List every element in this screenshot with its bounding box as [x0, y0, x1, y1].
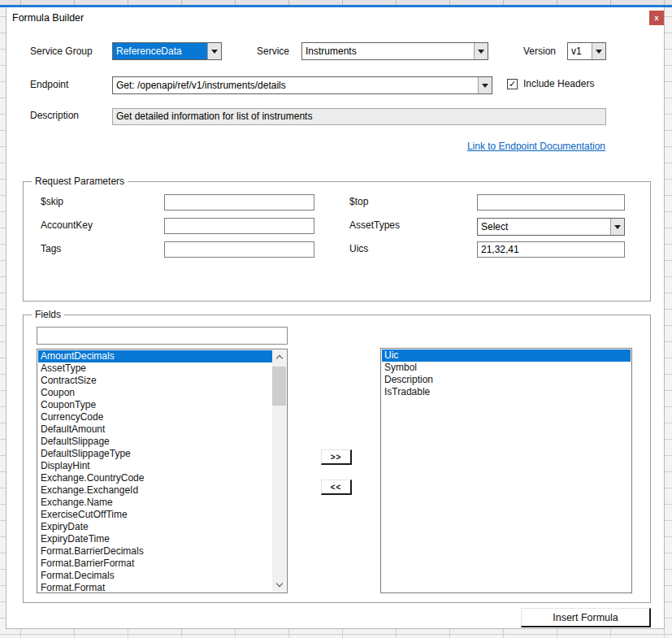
list-item[interactable]: DefaultAmount: [38, 423, 272, 436]
version-label: Version: [523, 46, 556, 57]
insert-formula-button[interactable]: Insert Formula: [521, 608, 651, 627]
close-icon: x: [654, 15, 658, 22]
list-item[interactable]: DefaultSlippage: [38, 436, 272, 448]
endpoint-label: Endpoint: [30, 79, 68, 90]
available-fields-items: AmountDecimalsAssetTypeContractSizeCoupo…: [38, 350, 272, 592]
service-value: Instruments: [302, 43, 474, 59]
list-item[interactable]: ContractSize: [38, 375, 272, 387]
account-key-label: AccountKey: [41, 219, 93, 231]
asset-types-value: Select: [478, 219, 610, 235]
endpoint-documentation-link[interactable]: Link to Endpoint Documentation: [467, 141, 605, 152]
list-item[interactable]: DisplayHint: [38, 460, 272, 472]
asset-types-label: AssetTypes: [349, 219, 400, 231]
uics-label: Uics: [349, 243, 368, 254]
list-item[interactable]: Symbol: [382, 362, 631, 374]
list-item[interactable]: ExerciseCutOffTime: [38, 509, 272, 521]
scrollbar[interactable]: [272, 350, 286, 592]
endpoint-value: Get: /openapi/ref/v1/instruments/details: [113, 77, 478, 93]
list-item[interactable]: Exchange.Name: [38, 497, 272, 509]
description-value: Get detailed information for list of ins…: [112, 108, 606, 125]
description-label: Description: [30, 110, 79, 121]
list-item[interactable]: DefaultSlippageType: [38, 448, 272, 460]
chevron-down-icon[interactable]: [610, 219, 624, 235]
uics-input[interactable]: [477, 241, 625, 258]
selected-fields-list[interactable]: UicSymbolDescriptionIsTradable: [380, 348, 632, 593]
list-item[interactable]: Format.Format: [38, 582, 272, 592]
scroll-down-button[interactable]: [272, 578, 286, 592]
list-item[interactable]: Format.BarrierFormat: [38, 558, 272, 570]
request-parameters-legend: Request Parameters: [32, 176, 128, 187]
chevron-up-icon: [275, 355, 282, 362]
chevron-down-icon[interactable]: [207, 43, 221, 59]
scroll-up-button[interactable]: [272, 350, 286, 364]
service-group-value: ReferenceData: [113, 43, 207, 59]
skip-input[interactable]: [164, 194, 314, 210]
list-item[interactable]: Exchange.CountryCode: [38, 472, 272, 484]
include-headers-label: Include Headers: [523, 78, 594, 89]
version-dropdown[interactable]: v1: [567, 42, 606, 60]
service-label: Service: [257, 46, 289, 57]
check-icon: ✓: [509, 80, 516, 88]
endpoint-dropdown[interactable]: Get: /openapi/ref/v1/instruments/details: [112, 76, 492, 94]
selected-fields-items: UicSymbolDescriptionIsTradable: [382, 349, 631, 592]
list-item[interactable]: Description: [382, 374, 631, 386]
include-headers-checkbox[interactable]: ✓: [507, 79, 518, 89]
list-item[interactable]: Format.Decimals: [38, 570, 272, 582]
add-fields-button[interactable]: >>: [321, 449, 352, 465]
list-item[interactable]: Coupon: [38, 387, 272, 399]
version-value: v1: [568, 43, 592, 59]
available-fields-list[interactable]: AmountDecimalsAssetTypeContractSizeCoupo…: [37, 349, 288, 593]
chevron-down-icon: [275, 580, 282, 587]
asset-types-dropdown[interactable]: Select: [477, 218, 625, 236]
field-search-input[interactable]: [37, 327, 288, 345]
list-item[interactable]: Exchange.ExchangeId: [38, 484, 272, 497]
top-label: $top: [349, 196, 368, 207]
service-group-label: Service Group: [30, 46, 93, 57]
list-item[interactable]: Uic: [382, 349, 631, 362]
list-item[interactable]: CurrencyCode: [38, 411, 272, 423]
list-item[interactable]: ExpiryDate: [38, 521, 272, 533]
formula-builder-dialog: Formula Builder x Service Group Referenc…: [6, 7, 665, 629]
service-group-dropdown[interactable]: ReferenceData: [112, 42, 222, 60]
chevron-down-icon[interactable]: [474, 43, 488, 59]
list-item[interactable]: Format.BarrierDecimals: [38, 545, 272, 558]
fields-group: Fields AmountDecimalsAssetTypeContractSi…: [23, 315, 651, 603]
list-item[interactable]: AssetType: [38, 362, 272, 375]
fields-legend: Fields: [32, 309, 64, 320]
service-dropdown[interactable]: Instruments: [301, 42, 488, 60]
list-item[interactable]: AmountDecimals: [38, 350, 272, 362]
list-item[interactable]: IsTradable: [382, 386, 631, 398]
top-input[interactable]: [477, 194, 625, 210]
list-item[interactable]: ExpiryDateTime: [38, 533, 272, 545]
request-parameters-group: Request Parameters $skip $top AccountKey…: [23, 181, 651, 302]
chevron-down-icon[interactable]: [478, 77, 492, 93]
remove-fields-button[interactable]: <<: [321, 480, 352, 495]
tags-label: Tags: [41, 243, 61, 254]
chevron-down-icon[interactable]: [592, 43, 605, 59]
tags-input[interactable]: [164, 241, 314, 258]
close-button[interactable]: x: [649, 11, 664, 25]
scrollbar-thumb[interactable]: [272, 367, 286, 406]
skip-label: $skip: [41, 196, 63, 207]
dialog-title: Formula Builder: [12, 12, 84, 24]
list-item[interactable]: CouponType: [38, 399, 272, 411]
account-key-input[interactable]: [164, 218, 314, 234]
